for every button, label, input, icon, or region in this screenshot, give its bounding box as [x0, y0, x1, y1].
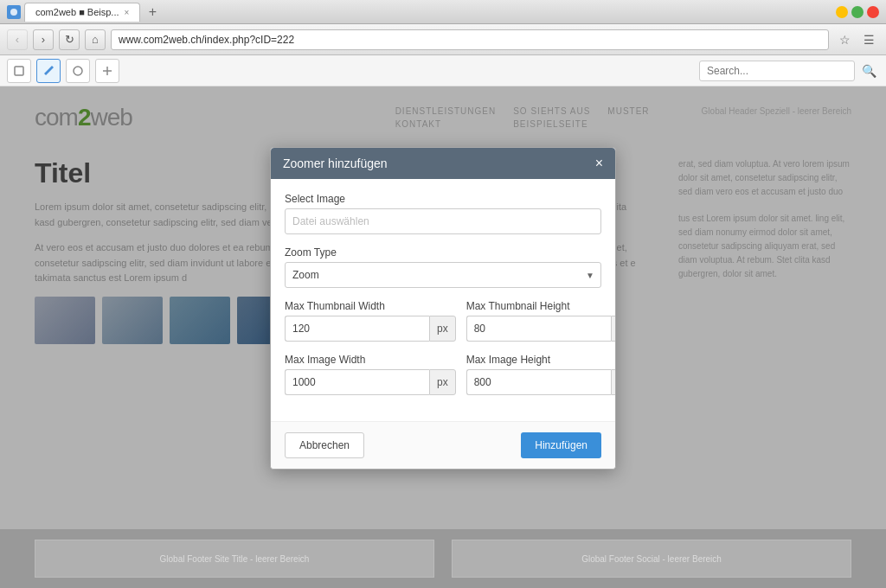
max-thumb-width-input[interactable] — [285, 316, 429, 342]
max-image-width-input[interactable] — [285, 369, 429, 395]
refresh-btn[interactable]: ↻ — [59, 29, 80, 50]
home-btn[interactable]: ⌂ — [85, 29, 106, 50]
modal-body: Select Image Zoom Type Zoom Inner Zoom L… — [271, 179, 615, 421]
back-btn[interactable]: ‹ — [7, 29, 28, 50]
max-image-width-input-group: px — [285, 369, 456, 395]
toolbar-view-btn[interactable] — [66, 59, 90, 83]
zoom-type-select-wrapper: Zoom Inner Zoom Lens ▼ — [285, 262, 601, 288]
submit-button[interactable]: Hinzufügen — [521, 432, 601, 458]
footer-block-right: Global Footer Social - leerer Bereich — [452, 540, 851, 578]
max-image-width-col: Max Image Width px — [285, 354, 456, 407]
modal-footer: Abbrechen Hinzufügen — [271, 421, 615, 469]
toolbar: 🔍 — [0, 55, 886, 86]
toolbar-shield-btn[interactable] — [7, 59, 31, 83]
svg-rect-1 — [15, 67, 23, 75]
cancel-button[interactable]: Abbrechen — [285, 432, 364, 458]
site-footer: Global Footer Site Title - leerer Bereic… — [0, 529, 886, 588]
max-thumb-width-label: Max Thumbnail Width — [285, 300, 456, 312]
title-bar: com2web ■ Beisp... × + — [0, 0, 886, 24]
maximize-btn[interactable] — [851, 6, 864, 18]
page-content: com 2 web DIENSTLEISTUNGEN KONTAKT SO SI… — [0, 86, 886, 529]
max-image-height-input[interactable] — [466, 369, 611, 395]
max-thumb-height-label: Max Thumbnail Height — [466, 300, 615, 312]
modal-close-btn[interactable]: × — [595, 157, 603, 170]
tab-title: com2web ■ Beisp... — [35, 7, 119, 17]
favicon — [7, 5, 21, 19]
minimize-btn[interactable] — [836, 6, 848, 18]
footer-block-left: Global Footer Site Title - leerer Bereic… — [35, 540, 434, 578]
search-icon[interactable]: 🔍 — [858, 61, 879, 81]
footer-right-text: Global Footer Social - leerer Bereich — [581, 554, 722, 564]
nav-bar: ‹ › ↻ ⌂ ☆ ☰ — [0, 24, 886, 55]
max-image-width-label: Max Image Width — [285, 354, 456, 366]
max-image-height-label: Max Image Height — [466, 354, 615, 366]
modal-header: Zoomer hinzufügen × — [271, 148, 615, 179]
thumbnail-dims-row: Max Thumbnail Width px Max Thumbnail Hei… — [285, 300, 601, 354]
svg-point-2 — [74, 67, 82, 75]
max-image-height-group: Max Image Height px — [466, 354, 615, 395]
select-image-label: Select Image — [285, 193, 601, 205]
new-tab-btn[interactable]: + — [144, 3, 161, 21]
max-thumb-height-input-group: px — [466, 316, 615, 342]
modal-title: Zoomer hinzufügen — [283, 157, 388, 170]
forward-btn[interactable]: › — [33, 29, 54, 50]
window-controls — [836, 6, 879, 18]
max-thumb-width-unit: px — [429, 316, 456, 342]
browser-window: com2web ■ Beisp... × + ‹ › ↻ ⌂ ☆ ☰ — [0, 0, 886, 588]
zoom-type-group: Zoom Type Zoom Inner Zoom Lens ▼ — [285, 246, 601, 288]
modal-overlay: Zoomer hinzufügen × Select Image Zoom Ty… — [0, 86, 886, 529]
max-image-width-group: Max Image Width px — [285, 354, 456, 395]
max-image-height-col: Max Image Height px — [466, 354, 615, 407]
max-thumb-height-input[interactable] — [466, 316, 611, 342]
search-input[interactable] — [699, 61, 855, 81]
footer-left-text: Global Footer Site Title - leerer Bereic… — [160, 554, 310, 564]
select-image-input[interactable] — [285, 208, 601, 234]
max-thumb-height-group: Max Thumbnail Height px — [466, 300, 615, 342]
select-image-group: Select Image — [285, 193, 601, 234]
toolbar-edit-btn[interactable] — [36, 59, 61, 83]
max-thumb-width-input-group: px — [285, 316, 456, 342]
image-dims-row: Max Image Width px Max Image Height — [285, 354, 601, 407]
max-image-height-unit: px — [611, 369, 615, 395]
address-bar[interactable] — [111, 29, 829, 50]
toolbar-search: 🔍 — [699, 61, 879, 81]
menu-btn[interactable]: ☰ — [858, 29, 879, 50]
toolbar-add-btn[interactable] — [95, 59, 119, 83]
bookmark-btn[interactable]: ☆ — [834, 29, 855, 50]
nav-actions: ☆ ☰ — [834, 29, 879, 50]
zoomer-modal: Zoomer hinzufügen × Select Image Zoom Ty… — [270, 147, 616, 470]
max-thumb-height-col: Max Thumbnail Height px — [466, 300, 615, 354]
max-thumb-width-group: Max Thumbnail Width px — [285, 300, 456, 342]
svg-point-0 — [10, 9, 17, 16]
max-thumb-height-unit: px — [611, 316, 615, 342]
max-thumb-width-col: Max Thumbnail Width px — [285, 300, 456, 354]
zoom-type-select[interactable]: Zoom Inner Zoom Lens — [285, 262, 601, 288]
max-image-height-input-group: px — [466, 369, 615, 395]
browser-tab[interactable]: com2web ■ Beisp... × — [24, 3, 140, 22]
close-btn[interactable] — [867, 6, 879, 18]
max-image-width-unit: px — [429, 369, 456, 395]
zoom-type-label: Zoom Type — [285, 246, 601, 259]
tab-close-btn[interactable]: × — [125, 8, 130, 17]
